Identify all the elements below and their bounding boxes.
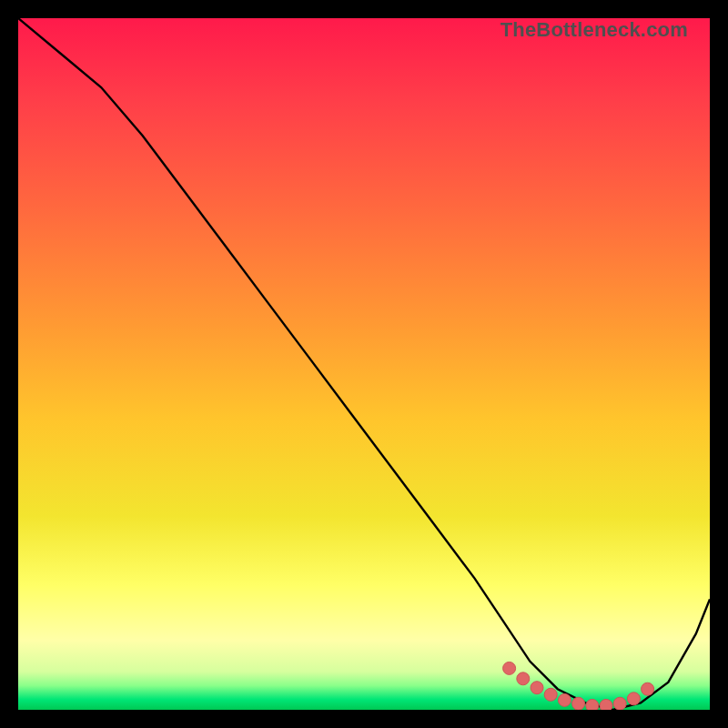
marker-dot	[642, 682, 654, 695]
marker-dot	[586, 699, 599, 710]
outer-frame: TheBottleneck.com	[0, 0, 728, 728]
marker-dot	[531, 682, 543, 694]
marker-dot	[572, 697, 585, 710]
marker-dot	[503, 662, 516, 674]
marker-dot	[517, 672, 530, 685]
marker-dot	[544, 688, 557, 701]
gradient-background	[18, 18, 710, 710]
plot-area: TheBottleneck.com	[18, 18, 710, 710]
marker-dot	[558, 693, 571, 706]
chart-svg	[18, 18, 710, 710]
marker-dot	[627, 693, 640, 705]
marker-dot	[600, 699, 612, 710]
watermark-text: TheBottleneck.com	[500, 18, 688, 42]
marker-dot	[613, 697, 626, 710]
